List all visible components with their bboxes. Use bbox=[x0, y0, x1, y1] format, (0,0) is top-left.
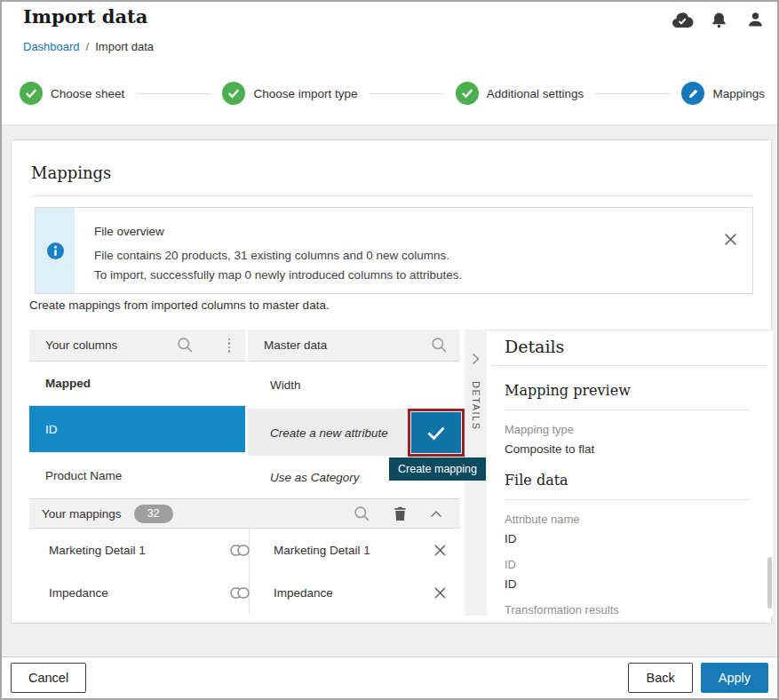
page-title: Import data bbox=[23, 5, 147, 28]
chevron-right-icon[interactable] bbox=[472, 353, 480, 365]
import-stepper: Choose sheet Choose import type Addition… bbox=[20, 82, 765, 105]
step-additional-settings[interactable]: Additional settings bbox=[456, 82, 584, 105]
details-heading: Details bbox=[505, 337, 751, 356]
divider bbox=[31, 195, 751, 196]
app-header: Import data Dashboard/Import data Choose… bbox=[2, 2, 777, 125]
breadcrumb-dashboard-link[interactable]: Dashboard bbox=[23, 40, 80, 53]
confirm-mapping-button[interactable] bbox=[411, 412, 461, 453]
breadcrumb-current: Import data bbox=[95, 40, 154, 53]
remove-mapping-icon[interactable] bbox=[426, 545, 453, 556]
your-columns-title: Your columns bbox=[45, 338, 117, 352]
master-row-width[interactable]: Width bbox=[248, 362, 460, 410]
trash-icon[interactable] bbox=[393, 506, 407, 521]
your-columns-panel: Your columns Mapped ID Product Name bbox=[29, 330, 245, 498]
check-circle-icon bbox=[20, 82, 43, 105]
bell-icon[interactable] bbox=[707, 9, 730, 30]
mapping-rows: Marketing Detail 1 Marketing Detail 1 Im… bbox=[29, 529, 460, 614]
back-button[interactable]: Back bbox=[628, 663, 692, 693]
file-data-heading: File data bbox=[505, 472, 751, 489]
step-choose-import-type[interactable]: Choose import type bbox=[222, 82, 357, 105]
mapping-preview-heading: Mapping preview bbox=[505, 382, 751, 399]
info-line-2: To import, successfully map 0 newly intr… bbox=[94, 266, 733, 285]
mappings-count-badge: 32 bbox=[134, 505, 173, 523]
your-mappings-bar: Your mappings 32 bbox=[29, 498, 460, 529]
info-strip bbox=[36, 208, 75, 293]
step-choose-sheet[interactable]: Choose sheet bbox=[20, 82, 124, 105]
search-icon[interactable] bbox=[431, 337, 448, 354]
kebab-menu-icon[interactable] bbox=[226, 336, 234, 355]
apply-button[interactable]: Apply bbox=[701, 663, 768, 693]
mapping-area: Your columns Mapped ID Product Name Mast… bbox=[29, 330, 773, 616]
user-icon[interactable] bbox=[743, 9, 767, 30]
mapping-row[interactable]: Impedance Impedance bbox=[29, 571, 460, 614]
divider bbox=[505, 410, 751, 410]
search-icon[interactable] bbox=[354, 505, 370, 522]
cloud-check-icon[interactable] bbox=[671, 9, 694, 30]
mapping-caption: Create mappings from imported columns to… bbox=[29, 298, 330, 312]
details-panel: Details Mapping preview Mapping type Com… bbox=[487, 330, 773, 616]
mapping-target: Marketing Detail 1 bbox=[259, 544, 426, 557]
card-heading: Mappings bbox=[31, 163, 111, 182]
scrollbar-thumb[interactable] bbox=[767, 557, 772, 609]
check-circle-icon bbox=[456, 82, 479, 105]
close-icon[interactable] bbox=[722, 231, 738, 247]
check-icon bbox=[426, 426, 446, 441]
id-label: ID bbox=[505, 558, 751, 571]
column-item-id[interactable]: ID bbox=[29, 406, 245, 452]
mapping-type-label: Mapping type bbox=[505, 423, 751, 436]
info-title: File overview bbox=[94, 225, 733, 238]
create-mapping-tooltip: Create mapping bbox=[389, 457, 486, 481]
attribute-name-label: Attribute name bbox=[505, 513, 751, 526]
footer-action-bar: Cancel Back Apply bbox=[2, 656, 777, 698]
breadcrumb-separator: / bbox=[86, 40, 90, 53]
master-data-header: Master data bbox=[248, 330, 460, 362]
mapping-source: Marketing Detail 1 bbox=[29, 544, 220, 557]
mapped-group-label: Mapped bbox=[29, 362, 245, 406]
master-data-title: Master data bbox=[264, 338, 327, 352]
remove-mapping-icon[interactable] bbox=[426, 587, 453, 599]
mapping-target: Impedance bbox=[259, 586, 426, 600]
file-overview-info-box: File overview File contains 20 products,… bbox=[35, 207, 753, 294]
link-icon bbox=[220, 545, 259, 556]
mapping-source: Impedance bbox=[29, 586, 220, 600]
attribute-name-value: ID bbox=[505, 532, 751, 545]
link-icon bbox=[220, 587, 259, 599]
mapping-row[interactable]: Marketing Detail 1 Marketing Detail 1 bbox=[29, 529, 460, 571]
annotation-highlight-box bbox=[408, 409, 465, 457]
breadcrumb: Dashboard/Import data bbox=[23, 40, 154, 53]
check-circle-icon bbox=[222, 82, 245, 105]
step-connector bbox=[595, 93, 670, 94]
step-connector bbox=[136, 93, 211, 94]
create-attribute-label: Create a new attribute bbox=[270, 426, 388, 440]
step-label: Additional settings bbox=[487, 87, 584, 100]
mapping-type-value: Composite to flat bbox=[505, 442, 751, 456]
divider bbox=[491, 365, 768, 366]
your-columns-header: Your columns bbox=[29, 330, 245, 362]
search-icon[interactable] bbox=[177, 337, 194, 354]
header-icon-bar bbox=[671, 9, 767, 30]
transformation-results-label: Transformation results bbox=[505, 603, 751, 616]
step-mappings[interactable]: Mappings bbox=[681, 82, 765, 105]
step-label: Mappings bbox=[712, 87, 765, 100]
step-connector bbox=[370, 93, 444, 94]
column-item-product-name[interactable]: Product Name bbox=[29, 452, 245, 498]
pencil-icon bbox=[681, 82, 704, 105]
id-value: ID bbox=[505, 577, 751, 591]
step-label: Choose import type bbox=[253, 87, 357, 100]
your-mappings-title: Your mappings bbox=[42, 507, 122, 521]
step-label: Choose sheet bbox=[51, 87, 124, 100]
chevron-up-icon[interactable] bbox=[430, 510, 442, 518]
cancel-button[interactable]: Cancel bbox=[11, 663, 86, 693]
master-row-create-attribute[interactable]: Create a new attribute bbox=[248, 410, 460, 456]
details-tab-label[interactable]: DETAILS bbox=[471, 381, 481, 431]
divider bbox=[505, 499, 751, 500]
info-icon bbox=[47, 243, 64, 259]
info-content: File overview File contains 20 products,… bbox=[75, 208, 752, 293]
mappings-card: Mappings File overview File contains 20 … bbox=[11, 139, 772, 624]
info-line-1: File contains 20 products, 31 existing c… bbox=[94, 246, 733, 266]
